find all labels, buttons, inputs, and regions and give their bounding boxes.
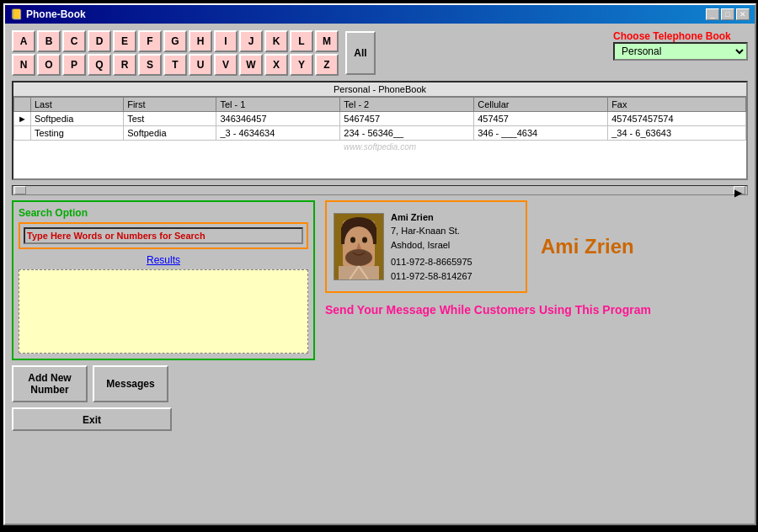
letter-btn-D[interactable]: D bbox=[88, 30, 111, 52]
phone-book-table-container: Personal - PhoneBook LastFirstTel - 1Tel… bbox=[12, 81, 748, 180]
letter-btn-B[interactable]: B bbox=[37, 30, 61, 52]
right-section: Ami Zrien 7, Har-Knaan St. Ashdod, Israe… bbox=[325, 200, 651, 317]
title-bar: 📒 Phone-Book _ □ ✕ bbox=[5, 5, 755, 24]
letter-btn-L[interactable]: L bbox=[290, 30, 313, 52]
table-cell-1-5: 346 - ___4634 bbox=[474, 126, 608, 141]
title-buttons: _ □ ✕ bbox=[706, 8, 750, 20]
table-cell-0-0: ► bbox=[14, 112, 31, 126]
bottom-section: Search Option Results bbox=[12, 200, 748, 360]
table-cell-1-4: 234 - 56346__ bbox=[340, 126, 474, 141]
col-header-First: First bbox=[124, 98, 216, 112]
search-input[interactable] bbox=[24, 227, 303, 244]
letter-btn-W[interactable]: W bbox=[239, 54, 263, 76]
table-cell-0-6: 457457457574 bbox=[608, 112, 746, 126]
results-label: Results bbox=[19, 254, 308, 266]
letter-btn-Z[interactable]: Z bbox=[315, 54, 339, 76]
maximize-button[interactable]: □ bbox=[721, 8, 734, 20]
letter-btn-X[interactable]: X bbox=[264, 54, 288, 76]
phone-book-table: LastFirstTel - 1Tel - 2CellularFax ►Soft… bbox=[13, 97, 746, 141]
tel-book-select[interactable]: PersonalBusinessFamily bbox=[613, 42, 748, 61]
exit-row: Exit bbox=[12, 407, 748, 431]
svg-point-6 bbox=[362, 237, 367, 243]
table-body: ►SoftpediaTest34634645754674574574574574… bbox=[14, 112, 746, 141]
letter-btn-U[interactable]: U bbox=[189, 54, 212, 76]
letter-btn-O[interactable]: O bbox=[37, 54, 61, 76]
table-cell-0-4: 5467457 bbox=[340, 112, 474, 126]
window-body: ABCDEFGHIJKLM NOPQRSTUVWXYZ All Choose T… bbox=[5, 24, 755, 524]
letter-btn-N[interactable]: N bbox=[12, 54, 35, 76]
table-cell-0-3: 346346457 bbox=[216, 112, 340, 126]
bottom-buttons-row: Add NewNumber Messages bbox=[12, 365, 748, 402]
search-input-box bbox=[19, 222, 308, 249]
scroll-left[interactable] bbox=[14, 186, 26, 194]
scroll-right[interactable]: ▶ bbox=[734, 186, 745, 194]
table-cell-1-2: Softpedia bbox=[124, 126, 216, 141]
top-section: ABCDEFGHIJKLM NOPQRSTUVWXYZ All Choose T… bbox=[12, 30, 748, 76]
col-header-Fax: Fax bbox=[608, 98, 746, 112]
contact-row: Ami Zrien 7, Har-Knaan St. Ashdod, Israe… bbox=[325, 200, 651, 293]
contact-photo bbox=[334, 213, 384, 280]
table-header: Personal - PhoneBook bbox=[13, 82, 746, 97]
letter-btn-K[interactable]: K bbox=[264, 30, 288, 52]
contact-card: Ami Zrien 7, Har-Knaan St. Ashdod, Israe… bbox=[325, 200, 527, 293]
window-title: Phone-Book bbox=[26, 8, 86, 20]
contact-name: Ami Zrien bbox=[391, 210, 472, 225]
window-icon: 📒 bbox=[10, 8, 23, 20]
col-header-Last: Last bbox=[30, 98, 123, 112]
letter-btn-J[interactable]: J bbox=[239, 30, 263, 52]
letter-row-1: ABCDEFGHIJKLM bbox=[12, 30, 339, 52]
contact-address1: 7, Har-Knaan St. bbox=[391, 224, 472, 238]
table-cell-0-2: Test bbox=[124, 112, 216, 126]
results-area bbox=[19, 269, 308, 354]
exit-button[interactable]: Exit bbox=[12, 407, 172, 431]
letter-row-2: NOPQRSTUVWXYZ bbox=[12, 54, 339, 76]
col-header-Tel-1: Tel - 1 bbox=[216, 98, 340, 112]
contact-name-big: Ami Zrien bbox=[541, 235, 634, 258]
table-cell-1-1: Testing bbox=[30, 126, 123, 141]
letter-btn-A[interactable]: A bbox=[12, 30, 35, 52]
table-cell-1-3: _3 - 4634634 bbox=[216, 126, 340, 141]
contact-phone2: 011-972-58-814267 bbox=[391, 269, 472, 284]
contact-photo-svg bbox=[334, 214, 383, 279]
col-header- bbox=[14, 98, 31, 112]
letter-btn-T[interactable]: T bbox=[163, 54, 187, 76]
svg-rect-8 bbox=[339, 266, 379, 279]
letter-btn-V[interactable]: V bbox=[214, 54, 238, 76]
letter-btn-F[interactable]: F bbox=[138, 30, 162, 52]
search-section: Search Option Results bbox=[12, 200, 315, 360]
col-header-Cellular: Cellular bbox=[474, 98, 608, 112]
letter-btn-R[interactable]: R bbox=[113, 54, 136, 76]
table-row[interactable]: ►SoftpediaTest34634645754674574574574574… bbox=[14, 112, 746, 126]
letter-btn-C[interactable]: C bbox=[62, 30, 86, 52]
letter-btn-H[interactable]: H bbox=[189, 30, 212, 52]
col-header-Tel-2: Tel - 2 bbox=[340, 98, 474, 112]
letters-group: ABCDEFGHIJKLM NOPQRSTUVWXYZ bbox=[12, 30, 339, 76]
letter-btn-E[interactable]: E bbox=[113, 30, 136, 52]
messages-button[interactable]: Messages bbox=[93, 365, 168, 402]
add-new-button[interactable]: Add NewNumber bbox=[12, 365, 88, 402]
contact-phone1: 011-972-8-8665975 bbox=[391, 255, 472, 269]
table-header-row: LastFirstTel - 1Tel - 2CellularFax bbox=[14, 98, 746, 112]
table-row[interactable]: TestingSoftpedia_3 - 4634634234 - 56346_… bbox=[14, 126, 746, 141]
letter-btn-I[interactable]: I bbox=[214, 30, 238, 52]
tel-book-label: Choose Telephone Book bbox=[613, 30, 731, 42]
table-cell-0-5: 457457 bbox=[474, 112, 608, 126]
table-cell-1-6: _34 - 6_63643 bbox=[608, 126, 746, 141]
letter-btn-M[interactable]: M bbox=[315, 30, 339, 52]
letter-btn-G[interactable]: G bbox=[163, 30, 187, 52]
letter-btn-P[interactable]: P bbox=[62, 54, 86, 76]
table-cell-1-0 bbox=[14, 126, 31, 141]
title-bar-left: 📒 Phone-Book bbox=[10, 8, 86, 20]
svg-point-5 bbox=[350, 237, 355, 243]
close-button[interactable]: ✕ bbox=[736, 8, 750, 20]
h-scrollbar[interactable]: ▶ bbox=[12, 185, 748, 195]
letter-btn-Q[interactable]: Q bbox=[88, 54, 111, 76]
all-button[interactable]: All bbox=[345, 31, 376, 75]
letter-btn-S[interactable]: S bbox=[138, 54, 162, 76]
tel-book-section: Choose Telephone Book PersonalBusinessFa… bbox=[613, 30, 748, 61]
minimize-button[interactable]: _ bbox=[706, 8, 719, 20]
table-cell-0-1: Softpedia bbox=[30, 112, 123, 126]
letter-btn-Y[interactable]: Y bbox=[290, 54, 313, 76]
contact-address2: Ashdod, Israel bbox=[391, 238, 472, 253]
search-label: Search Option bbox=[19, 207, 308, 219]
